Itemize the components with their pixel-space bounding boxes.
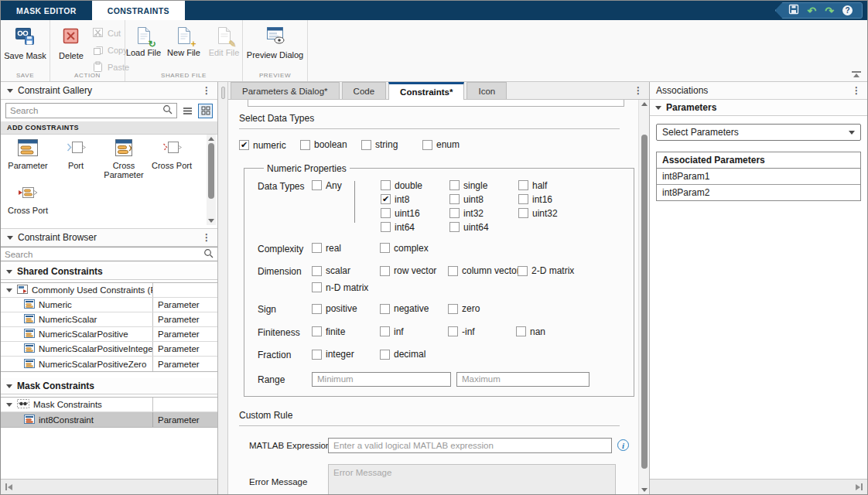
collapse-group-icon[interactable]	[6, 403, 12, 407]
gallery-item-cross-port-2[interactable]: Cross Port	[4, 183, 52, 215]
checkbox-single[interactable]: single	[449, 180, 518, 191]
skip-to-end-icon[interactable]	[856, 483, 863, 490]
checkbox-any[interactable]: Any	[312, 180, 342, 191]
checkbox-enum[interactable]: enum	[422, 139, 460, 150]
gallery-search-input[interactable]	[10, 106, 162, 115]
gallery-item-parameter[interactable]: Parameter	[4, 138, 52, 180]
constraint-name-field-partial[interactable]	[248, 100, 624, 107]
tree-group-row-mask[interactable]: Mask Constraints	[1, 398, 217, 412]
gallery-scrollbar[interactable]	[207, 135, 216, 225]
tab-code[interactable]: Code	[342, 82, 387, 99]
delete-button[interactable]: Delete	[52, 24, 91, 60]
right-horizontal-scrollbar[interactable]	[650, 479, 867, 494]
checkbox-boolean[interactable]: boolean	[300, 139, 347, 150]
range-maximum-input[interactable]	[456, 372, 589, 387]
associations-menu-icon[interactable]: ⋮	[852, 86, 861, 95]
mask-constraints-header[interactable]: Mask Constraints	[1, 378, 217, 394]
tree-row-numericscalarpositiveinteger[interactable]: NumericScalarPositiveInteger Parameter	[1, 342, 217, 357]
checkbox-finite[interactable]: finite	[312, 326, 345, 337]
collapse-toolstrip-button[interactable]	[852, 71, 861, 77]
ribbon-tab-mask-editor[interactable]: MASK EDITOR	[1, 1, 92, 20]
checkbox-nd-matrix[interactable]: n-D matrix	[312, 282, 368, 293]
gallery-item-cross-port[interactable]: Cross Port	[148, 138, 196, 180]
tree-row-int8constraint[interactable]: int8Constraint Parameter	[1, 412, 217, 427]
info-icon[interactable]: i	[617, 439, 629, 451]
collapse-browser-icon[interactable]	[7, 236, 13, 240]
checkbox-int32[interactable]: int32	[449, 208, 518, 219]
collapse-gallery-icon[interactable]	[7, 89, 13, 93]
checkbox-decimal[interactable]: decimal	[380, 349, 425, 360]
checkbox-string[interactable]: string	[361, 139, 398, 150]
tree-row-numericscalarpositive[interactable]: NumericScalarPositive Parameter	[1, 327, 217, 342]
checkbox-positive[interactable]: positive	[312, 303, 357, 314]
checkbox-complex[interactable]: complex	[380, 243, 429, 254]
checkbox-scalar[interactable]: scalar	[312, 265, 350, 276]
checkbox-neg-inf[interactable]: -inf	[448, 326, 475, 337]
help-icon[interactable]: ?	[842, 5, 853, 15]
tab-icon[interactable]: Icon	[466, 82, 507, 99]
checkbox-uint64[interactable]: uint64	[449, 222, 518, 233]
load-file-button[interactable]: ↻ Load File	[125, 24, 163, 57]
editor-scrollbar[interactable]	[638, 100, 649, 494]
range-minimum-input[interactable]	[312, 372, 451, 387]
edit-file-icon: ✎	[215, 26, 234, 46]
checkbox-numeric[interactable]: numeric	[239, 140, 286, 151]
checkbox-uint32[interactable]: uint32	[518, 208, 587, 219]
checkbox-uint8[interactable]: uint8	[449, 194, 518, 205]
scroll-up-icon[interactable]	[641, 102, 648, 106]
matlab-expression-input[interactable]	[328, 438, 612, 453]
scroll-down-icon[interactable]	[641, 488, 648, 492]
checkbox-integer[interactable]: integer	[312, 349, 354, 360]
port-icon	[65, 138, 87, 159]
checkbox-real[interactable]: real	[312, 243, 341, 254]
preview-dialog-button[interactable]: Preview Dialog	[244, 24, 306, 60]
new-file-button[interactable]: + New File	[165, 24, 203, 57]
checkbox-negative[interactable]: negative	[380, 303, 429, 314]
checkbox-column-vector[interactable]: column vector	[448, 265, 520, 276]
tree-row-numericscalar[interactable]: NumericScalar Parameter	[1, 312, 217, 327]
panel-splitter[interactable]	[218, 82, 228, 494]
associated-parameter-row[interactable]: int8Param1	[657, 169, 860, 185]
save-mask-button[interactable]: Save Mask	[1, 24, 49, 60]
checkbox-inf[interactable]: inf	[380, 326, 404, 337]
gallery-item-cross-parameter[interactable]: Cross Parameter	[100, 138, 148, 180]
checkbox-nan[interactable]: nan	[516, 326, 545, 337]
checkbox-zero[interactable]: zero	[448, 303, 480, 314]
list-view-button[interactable]	[180, 104, 195, 118]
scroll-down-icon[interactable]	[208, 219, 214, 223]
parameters-section-header[interactable]: Parameters	[650, 100, 867, 116]
divider	[354, 181, 355, 223]
grid-view-button[interactable]	[198, 104, 213, 118]
checkbox-int64[interactable]: int64	[381, 222, 449, 233]
save-icon[interactable]	[788, 4, 799, 17]
browser-menu-icon[interactable]: ⋮	[202, 233, 211, 242]
tree-row-numeric[interactable]: Numeric Parameter	[1, 298, 217, 312]
editor-menu-icon[interactable]: ⋮	[634, 86, 649, 95]
undo-icon[interactable]: ↶	[808, 5, 817, 16]
checkbox-int8[interactable]: int8	[381, 194, 449, 205]
splitter-handle-icon[interactable]	[221, 87, 225, 99]
tab-parameters-dialog[interactable]: Parameters & Dialog*	[231, 82, 340, 99]
checkbox-int16[interactable]: int16	[518, 194, 587, 205]
checkbox-half[interactable]: half	[518, 180, 587, 191]
gallery-item-port[interactable]: Port	[52, 138, 100, 180]
collapse-group-icon[interactable]	[6, 288, 12, 292]
checkbox-row-vector[interactable]: row vector	[380, 265, 436, 276]
associated-parameter-row[interactable]: int8Param2	[657, 185, 860, 200]
tree-row-numericscalarpositivezero[interactable]: NumericScalarPositiveZero Parameter	[1, 357, 217, 371]
tab-constraints[interactable]: Constraints*	[388, 82, 464, 100]
checkbox-double[interactable]: double	[381, 180, 449, 191]
redo-icon[interactable]: ↷	[825, 5, 834, 16]
browser-search-input[interactable]	[5, 250, 203, 259]
scroll-up-icon[interactable]	[208, 137, 214, 141]
gallery-menu-icon[interactable]: ⋮	[202, 86, 211, 95]
shared-constraints-header[interactable]: Shared Constraints	[1, 264, 217, 280]
skip-to-start-icon[interactable]	[5, 483, 12, 490]
checkbox-2d-matrix[interactable]: 2-D matrix	[518, 265, 574, 276]
left-horizontal-scrollbar[interactable]	[1, 479, 217, 494]
select-parameters-dropdown[interactable]: Select Parameters	[656, 124, 861, 141]
checkbox-uint16[interactable]: uint16	[381, 208, 449, 219]
tree-group-row[interactable]: Commonly Used Constraints (R...	[1, 283, 217, 298]
preview-dialog-icon	[265, 26, 286, 48]
ribbon-tab-constraints[interactable]: CONSTRAINTS	[92, 1, 185, 20]
